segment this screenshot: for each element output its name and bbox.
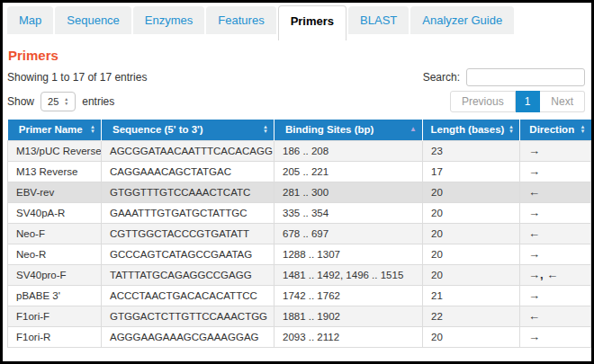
binding-sites-cell: 2093 .. 2112 [274, 326, 423, 347]
length-cell: 17 [423, 161, 520, 182]
direction-arrow-icon: → [520, 244, 591, 264]
direction-arrow-icon: → [520, 202, 591, 223]
tab-primers[interactable]: Primers [278, 5, 346, 40]
tab-features[interactable]: Features [206, 6, 275, 34]
column-header-length-bases[interactable]: Length (bases)▲▼ [423, 120, 520, 140]
column-label: Length (bases) [431, 124, 505, 135]
length-cell: 20 [423, 244, 520, 264]
table-row[interactable]: EBV-revGTGGTTTGTCCAAACTCATC281 .. 30020← [8, 182, 591, 202]
column-header-direction[interactable]: Direction▲▼ [520, 120, 591, 140]
length-cell: 20 [423, 182, 520, 202]
table-row[interactable]: M13 ReverseCAGGAAACAGCTATGAC205 .. 22117… [8, 161, 591, 182]
column-label: Primer Name [19, 124, 83, 135]
direction-arrow-icon: → [520, 140, 591, 161]
length-cell: 21 [423, 285, 520, 306]
primer-name-cell: M13 Reverse [8, 161, 102, 182]
direction-arrow-icon: ← [520, 182, 591, 202]
page-length-select[interactable]: 25 ▲▼ [40, 92, 76, 111]
sort-ascending-icon: ▲ [410, 126, 417, 133]
primer-name-cell: F1ori-F [8, 306, 102, 326]
primer-name-cell: SV40pA-R [8, 202, 102, 223]
binding-sites-cell: 1481 .. 1492, 1496 .. 1515 [274, 264, 423, 285]
page-length-control: Show 25 ▲▼ entries [7, 92, 114, 111]
table-row[interactable]: Neo-RGCCCAGTCATAGCCGAATAG1288 .. 130720→ [8, 244, 591, 264]
stepper-icon: ▲▼ [64, 97, 68, 106]
length-cell: 20 [423, 202, 520, 223]
tab-bar: MapSequenceEnzymesFeaturesPrimersBLASTAn… [3, 3, 591, 37]
column-label: Sequence (5' to 3') [112, 124, 203, 135]
table-body: M13/pUC ReverseAGCGGATAACAATTTCACACAGG18… [8, 140, 591, 347]
sequence-cell: CGTTGGCTACCCGTGATATT [102, 223, 274, 244]
sort-both-icon: ▲▼ [263, 125, 268, 134]
primers-panel: Primers Showing 1 to 17 of 17 entries Se… [3, 48, 591, 348]
length-cell: 20 [423, 223, 520, 244]
table-row[interactable]: F1ori-RAGGGAAGAAAGCGAAAGGAG2093 .. 21122… [8, 326, 591, 347]
binding-sites-cell: 335 .. 354 [274, 202, 423, 223]
column-label: Direction [529, 124, 574, 135]
length-cell: 23 [423, 140, 520, 161]
direction-arrow-icon: → [520, 326, 591, 347]
tab-blast[interactable]: BLAST [348, 6, 409, 34]
table-row[interactable]: M13/pUC ReverseAGCGGATAACAATTTCACACAGG18… [8, 140, 591, 161]
column-header-primer-name[interactable]: Primer Name▲▼ [8, 120, 102, 140]
binding-sites-cell: 678 .. 697 [274, 223, 423, 244]
sequence-cell: GTGGTTTGTCCAAACTCATC [102, 182, 274, 202]
sequence-cell: AGCGGATAACAATTTCACACAGG [102, 140, 274, 161]
sequence-cell: GAAATTTGTGATGCTATTGC [102, 202, 274, 223]
table-header-row: Primer Name▲▼Sequence (5' to 3')▲▼Bindin… [8, 120, 591, 140]
analyzer-window: MapSequenceEnzymesFeaturesPrimersBLASTAn… [0, 0, 594, 364]
sort-both-icon: ▲▼ [90, 125, 95, 134]
primer-name-cell: F1ori-R [8, 326, 102, 347]
sequence-cell: AGGGAAGAAAGCGAAAGGAG [102, 326, 274, 347]
page-length-value: 25 [48, 96, 58, 107]
primer-name-cell: Neo-F [8, 223, 102, 244]
search-control: Search: [423, 68, 587, 86]
primer-name-cell: pBABE 3' [8, 285, 102, 306]
table-row[interactable]: pBABE 3'ACCCTAACTGACACACATTCC1742 .. 176… [8, 285, 591, 306]
direction-arrow-icon: →, ← [520, 264, 591, 285]
table-row[interactable]: F1ori-FGTGGACTCTTGTTCCAAACTGG1881 .. 190… [8, 306, 591, 326]
binding-sites-cell: 281 .. 300 [274, 182, 423, 202]
primers-table: Primer Name▲▼Sequence (5' to 3')▲▼Bindin… [7, 120, 591, 348]
sequence-cell: CAGGAAACAGCTATGAC [102, 161, 274, 182]
table-controls-top: Showing 1 to 17 of 17 entries Search: [7, 68, 587, 86]
binding-sites-cell: 186 .. 208 [274, 140, 423, 161]
binding-sites-cell: 1881 .. 1902 [274, 306, 423, 326]
sort-both-icon: ▲▼ [508, 125, 514, 134]
primer-name-cell: SV40pro-F [8, 264, 102, 285]
length-cell: 20 [423, 326, 520, 347]
entries-label: entries [82, 95, 114, 108]
sequence-cell: GTGGACTCTTGTTCCAAACTGG [102, 306, 274, 326]
column-header-sequence-5-to-3[interactable]: Sequence (5' to 3')▲▼ [102, 120, 274, 140]
table-row[interactable]: Neo-FCGTTGGCTACCCGTGATATT678 .. 69720← [8, 223, 591, 244]
search-label: Search: [423, 71, 460, 84]
sort-both-icon: ▲▼ [580, 125, 586, 134]
tab-enzymes[interactable]: Enzymes [133, 6, 204, 34]
current-page-button[interactable]: 1 [516, 91, 541, 112]
binding-sites-cell: 205 .. 221 [274, 161, 423, 182]
direction-arrow-icon: → [520, 285, 591, 306]
sequence-cell: TATTTATGCAGAGGCCGAGG [102, 264, 274, 285]
primer-name-cell: M13/pUC Reverse [8, 140, 102, 161]
sequence-cell: ACCCTAACTGACACACATTCC [102, 285, 274, 306]
column-header-binding-sites-bp[interactable]: Binding Sites (bp)▲ [274, 120, 423, 140]
search-input[interactable] [466, 68, 585, 86]
primer-name-cell: Neo-R [8, 244, 102, 264]
primer-name-cell: EBV-rev [8, 182, 102, 202]
tab-analyzer-guide[interactable]: Analyzer Guide [410, 6, 514, 34]
table-info: Showing 1 to 17 of 17 entries [7, 71, 147, 84]
table-row[interactable]: SV40pA-RGAAATTTGTGATGCTATTGC335 .. 35420… [8, 202, 591, 223]
previous-page-button[interactable]: Previous [450, 91, 516, 112]
tab-map[interactable]: Map [7, 6, 53, 34]
binding-sites-cell: 1742 .. 1762 [274, 285, 423, 306]
show-label: Show [7, 95, 34, 108]
next-page-button[interactable]: Next [540, 91, 585, 112]
direction-arrow-icon: → [520, 161, 591, 182]
tab-sequence[interactable]: Sequence [55, 6, 131, 34]
length-cell: 22 [423, 306, 520, 326]
sequence-cell: GCCCAGTCATAGCCGAATAG [102, 244, 274, 264]
table-row[interactable]: SV40pro-FTATTTATGCAGAGGCCGAGG1481 .. 149… [8, 264, 591, 285]
direction-arrow-icon: ← [520, 306, 591, 326]
pagination: Previous 1 Next [450, 91, 585, 112]
binding-sites-cell: 1288 .. 1307 [274, 244, 423, 264]
